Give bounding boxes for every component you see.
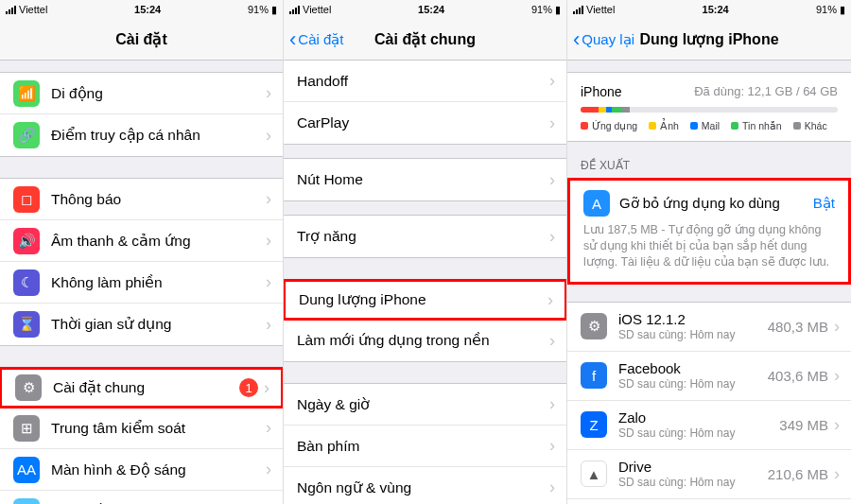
row-label: Màn hình & Độ sáng <box>51 461 266 478</box>
settings-row[interactable]: ☾ Không làm phiền › <box>0 262 283 304</box>
status-bar: Viettel 15:24 91%▮ <box>284 0 566 19</box>
chevron-right-icon: › <box>266 315 271 335</box>
pane-general: Viettel 15:24 91%▮ ‹Cài đặt Cài đặt chun… <box>284 0 567 504</box>
row-label: Dung lượng iPhone <box>299 291 547 308</box>
app-size: 349 MB <box>779 417 828 433</box>
suggest-title: Gỡ bỏ ứng dụng ko dùng <box>619 195 804 212</box>
battery-text: 91% <box>248 4 269 15</box>
row-label: Cài đặt chung <box>53 379 239 396</box>
storage-content[interactable]: iPhone Đã dùng: 12,1 GB / 64 GB Ứng dụng… <box>567 61 851 504</box>
clock: 15:24 <box>418 4 444 15</box>
row-label: Ngày & giờ <box>297 396 549 413</box>
settings-row[interactable]: Bàn phím › <box>284 426 566 467</box>
row-label: Không làm phiền <box>51 274 266 291</box>
row-label: Làm mới ứng dụng trong nền <box>297 332 549 349</box>
nav-bar: ‹Quay lại Dung lượng iPhone <box>567 19 851 61</box>
carrier: Viettel <box>19 4 47 15</box>
app-last-used: SD sau cùng: Hôm nay <box>618 328 768 341</box>
chevron-right-icon: › <box>266 460 271 479</box>
battery-icon: ▮ <box>271 4 277 16</box>
chevron-right-icon: › <box>549 478 555 497</box>
app-row[interactable]: f Facebook SD sau cùng: Hôm nay 403,6 MB… <box>567 352 851 401</box>
chevron-right-icon: › <box>266 83 271 103</box>
settings-row[interactable]: 🔗 Điểm truy cập cá nhân › <box>0 114 283 156</box>
appstore-icon: A <box>583 190 610 217</box>
carrier: Viettel <box>303 4 331 15</box>
row-label: Di động <box>51 85 266 102</box>
settings-list[interactable]: 📶 Di động › 🔗 Điểm truy cập cá nhân › ◻ … <box>0 61 283 504</box>
chevron-right-icon: › <box>549 436 555 456</box>
row-icon: 🔗 <box>13 122 40 148</box>
storage-legend: Ứng dụngẢnhMailTin nhắnKhác <box>581 120 838 131</box>
app-name: iOS 12.1.2 <box>618 311 768 327</box>
chevron-right-icon: › <box>266 189 271 209</box>
settings-row[interactable]: Nút Home › <box>284 159 566 200</box>
row-icon: 📶 <box>13 80 40 107</box>
settings-row[interactable]: ❀ Hình nền › <box>0 491 283 504</box>
chevron-right-icon: › <box>266 126 271 146</box>
settings-row[interactable]: Handoff › <box>284 61 566 102</box>
settings-row[interactable]: Làm mới ứng dụng trong nền › <box>284 320 566 361</box>
suggest-offload-apps[interactable]: A Gỡ bỏ ứng dụng ko dùng Bật Lưu 187,5 M… <box>567 178 851 285</box>
row-icon: 🔊 <box>13 228 40 254</box>
row-label: Âm thanh & cảm ứng <box>51 233 266 250</box>
chevron-right-icon: › <box>549 170 555 190</box>
chevron-right-icon: › <box>266 418 271 438</box>
row-icon: ◻ <box>13 186 40 213</box>
app-row[interactable]: ▲ Drive SD sau cùng: Hôm nay 210,6 MB› <box>567 450 851 499</box>
row-label: Trung tâm kiểm soát <box>51 420 266 437</box>
suggest-desc: Lưu 187,5 MB - Tự động gỡ ứng dụng không… <box>583 222 835 270</box>
app-row[interactable]: Z Zalo SD sau cùng: Hôm nay 349 MB› <box>567 401 851 450</box>
battery-text: 91% <box>531 4 552 15</box>
chevron-right-icon: › <box>266 231 271 251</box>
nav-bar: Cài đặt <box>0 19 283 61</box>
settings-row[interactable]: Trợ năng › <box>284 216 566 257</box>
app-icon: ▲ <box>581 461 607 487</box>
settings-row[interactable]: 🔊 Âm thanh & cảm ứng › <box>0 220 283 262</box>
battery-icon: ▮ <box>555 4 561 16</box>
device-name: iPhone <box>581 84 622 99</box>
row-icon: ⚙ <box>15 374 42 401</box>
settings-row[interactable]: CarPlay › <box>284 102 566 144</box>
settings-row[interactable]: ◻ Thông báo › <box>0 179 283 220</box>
signal-icon <box>6 6 16 14</box>
row-label: Nút Home <box>297 171 549 188</box>
status-bar: Viettel 15:24 91%▮ <box>0 0 283 19</box>
settings-row[interactable]: Dung lượng iPhone › <box>284 279 566 321</box>
settings-row[interactable]: Ngày & giờ › <box>284 384 566 426</box>
app-row[interactable]: ✲ Google Ảnh SD sau cùng: Hôm nay 206,4 … <box>567 499 851 504</box>
settings-row[interactable]: AA Màn hình & Độ sáng › <box>0 449 283 491</box>
page-title: Dung lượng iPhone <box>639 30 778 48</box>
row-label: Thông báo <box>51 191 266 208</box>
app-row[interactable]: ⚙ iOS 12.1.2 SD sau cùng: Hôm nay 480,3 … <box>567 303 851 352</box>
app-name: Facebook <box>618 360 768 376</box>
chevron-right-icon: › <box>264 378 269 398</box>
back-button[interactable]: ‹Cài đặt <box>289 29 344 50</box>
chevron-right-icon: › <box>549 394 555 414</box>
app-size: 480,3 MB <box>768 319 828 335</box>
app-size: 403,6 MB <box>768 368 828 384</box>
chevron-right-icon: › <box>834 317 840 337</box>
settings-row[interactable]: Ngôn ngữ & vùng › <box>284 467 566 504</box>
legend-item: Khác <box>793 120 827 131</box>
row-label: Ngôn ngữ & vùng <box>297 479 549 496</box>
legend-item: Tin nhắn <box>731 120 782 131</box>
legend-item: Mail <box>690 120 720 131</box>
carrier: Viettel <box>586 4 615 15</box>
settings-row[interactable]: ⊞ Trung tâm kiểm soát › <box>0 408 283 449</box>
settings-row[interactable]: 📶 Di động › <box>0 73 283 114</box>
settings-row[interactable]: ⚙ Cài đặt chung 1› <box>0 367 283 408</box>
general-list[interactable]: Handoff › CarPlay › Nút Home › Trợ năng … <box>284 61 566 504</box>
enable-button[interactable]: Bật <box>813 195 835 212</box>
row-icon: ⊞ <box>13 415 40 442</box>
app-last-used: SD sau cùng: Hôm nay <box>618 426 779 440</box>
settings-row[interactable]: ⌛ Thời gian sử dụng › <box>0 304 283 345</box>
back-button[interactable]: ‹Quay lại <box>573 29 634 50</box>
storage-bar <box>581 107 838 113</box>
app-last-used: SD sau cùng: Hôm nay <box>618 377 768 391</box>
signal-icon <box>573 6 583 14</box>
pane-settings: Viettel 15:24 91%▮ Cài đặt 📶 Di động › 🔗… <box>0 0 284 504</box>
chevron-right-icon: › <box>834 415 840 435</box>
chevron-left-icon: ‹ <box>573 29 580 50</box>
battery-text: 91% <box>816 4 837 15</box>
